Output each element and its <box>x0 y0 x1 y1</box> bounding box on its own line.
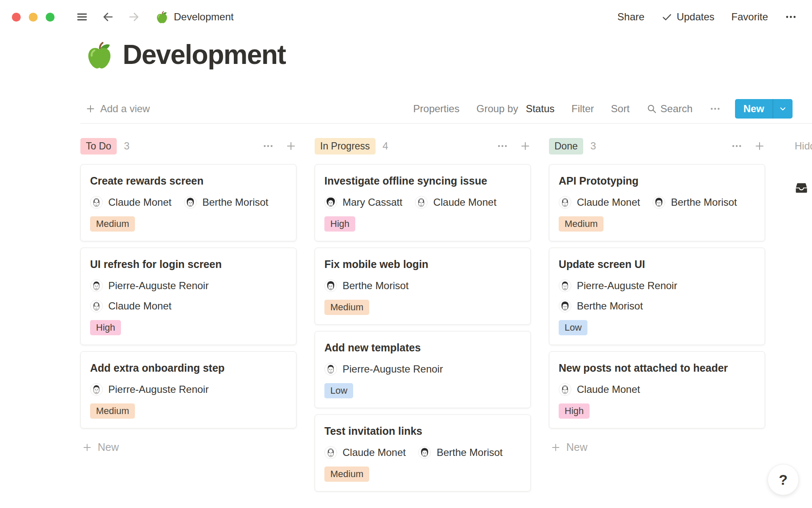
plus-icon <box>82 442 92 453</box>
assignee-name: Berthe Morisot <box>343 280 409 292</box>
updates-button[interactable]: Updates <box>661 11 714 23</box>
window-close-button[interactable] <box>12 13 21 22</box>
assignee-name: Pierre-Auguste Renoir <box>577 280 677 292</box>
share-button[interactable]: Share <box>617 11 645 23</box>
priority-badge: High <box>559 403 590 419</box>
priority-badge: High <box>90 320 121 335</box>
back-arrow-icon[interactable] <box>102 11 114 23</box>
assignee-name: Pierre-Auguste Renoir <box>343 363 443 375</box>
add-view-button[interactable]: Add a view <box>85 103 150 115</box>
priority-badge: Low <box>324 383 353 398</box>
card[interactable]: Add new templates Pierre-Auguste Renoir … <box>315 331 531 408</box>
column-count: 4 <box>383 140 388 152</box>
column-header: In Progress 4 <box>315 138 531 154</box>
filter-button[interactable]: Filter <box>571 103 594 115</box>
add-card-button[interactable]: New <box>80 441 296 453</box>
column-status-badge: To Do <box>80 138 117 155</box>
assignee: Claude Monet <box>415 196 496 209</box>
morisot-portrait-avatar <box>653 196 665 209</box>
card-title: Fix mobile web login <box>324 257 521 272</box>
morisot-portrait-avatar <box>184 196 197 209</box>
chevron-down-icon[interactable] <box>773 99 793 119</box>
morisot-portrait-avatar <box>418 446 431 459</box>
checkmark-icon <box>661 11 672 22</box>
forward-arrow-icon[interactable] <box>128 11 140 23</box>
renoir-portrait-avatar <box>90 279 103 292</box>
morisot-portrait-avatar <box>324 279 337 292</box>
window-minimize-button[interactable] <box>29 13 38 22</box>
sort-button[interactable]: Sort <box>611 103 630 115</box>
column-header: Done 3 <box>549 138 765 154</box>
board-column-done: Done 3 API Prototyping Claude Monet Bert… <box>549 138 765 491</box>
column-add-icon[interactable] <box>754 141 765 152</box>
card[interactable]: New posts not attached to header Claude … <box>549 351 765 428</box>
card-title: Investigate offline syncing issue <box>324 173 521 188</box>
priority-badge: Medium <box>324 300 369 315</box>
card[interactable]: Update screen UI Pierre-Auguste Renoir B… <box>549 248 765 345</box>
card-title: UI refresh for login screen <box>90 257 287 272</box>
column-add-icon[interactable] <box>285 141 296 152</box>
hidden-columns-toggle[interactable]: Hidden <box>795 138 812 154</box>
card[interactable]: UI refresh for login screen Pierre-Augus… <box>80 248 296 345</box>
new-button-label[interactable]: New <box>735 99 773 119</box>
priority-badge: Medium <box>90 403 135 419</box>
plus-icon <box>85 104 96 114</box>
column-more-icon[interactable] <box>497 141 508 152</box>
card-title: Create rewards screen <box>90 173 287 188</box>
updates-label: Updates <box>677 11 714 23</box>
column-count: 3 <box>590 140 596 152</box>
column-more-icon[interactable] <box>263 141 274 152</box>
hidden-columns-section: Hidden N <box>795 138 812 491</box>
assignee: Pierre-Auguste Renoir <box>90 383 208 396</box>
search-label: Search <box>661 103 693 115</box>
assignee: Claude Monet <box>90 196 171 209</box>
new-button[interactable]: New <box>735 99 793 119</box>
assignee-name: Claude Monet <box>577 196 640 208</box>
card-title: Add extra onboarding step <box>90 360 287 375</box>
column-status-badge: In Progress <box>315 138 376 155</box>
hamburger-menu-icon[interactable] <box>76 11 88 23</box>
question-mark-icon: ? <box>779 472 788 488</box>
favorite-label: Favorite <box>731 11 768 23</box>
card[interactable]: Create rewards screen Claude Monet Berth… <box>80 164 296 241</box>
window-titlebar: Development Share Updates Favorite <box>0 0 812 34</box>
card[interactable]: Fix mobile web login Berthe Morisot Medi… <box>315 248 531 325</box>
properties-button[interactable]: Properties <box>413 103 459 115</box>
more-horizontal-icon[interactable] <box>785 11 797 23</box>
favorite-button[interactable]: Favorite <box>731 11 768 23</box>
column-more-icon[interactable] <box>731 141 742 152</box>
add-card-label: New <box>98 441 119 453</box>
assignee: Mary Cassatt <box>324 196 402 209</box>
priority-badge: Medium <box>559 216 604 232</box>
green-apple-icon <box>85 41 113 69</box>
add-card-button[interactable]: New <box>549 441 765 453</box>
view-toolbar: Add a view Properties Group by Status Fi… <box>80 94 812 124</box>
renoir-portrait-avatar <box>559 279 571 292</box>
column-header: To Do 3 <box>80 138 296 154</box>
view-more-icon[interactable] <box>710 103 721 114</box>
assignee: Claude Monet <box>90 300 171 312</box>
card[interactable]: Test invitation links Claude Monet Berth… <box>315 414 531 491</box>
card[interactable]: API Prototyping Claude Monet Berthe Mori… <box>549 164 765 241</box>
assignee: Berthe Morisot <box>653 196 737 209</box>
morisot-portrait-avatar <box>559 300 571 312</box>
card[interactable]: Add extra onboarding step Pierre-Auguste… <box>80 351 296 428</box>
window-zoom-button[interactable] <box>46 13 55 22</box>
cassatt-portrait-avatar <box>324 196 337 209</box>
card-title: API Prototyping <box>559 173 755 188</box>
assignee-name: Berthe Morisot <box>436 447 502 458</box>
breadcrumb[interactable]: Development <box>174 11 233 23</box>
column-add-icon[interactable] <box>520 141 531 152</box>
search-icon <box>647 104 657 114</box>
inbox-tray-icon <box>795 181 808 195</box>
page-title[interactable]: Development <box>123 39 285 70</box>
search-button[interactable]: Search <box>647 103 693 115</box>
add-card-label: New <box>566 441 587 453</box>
card[interactable]: Investigate offline syncing issue Mary C… <box>315 164 531 241</box>
assignee: Pierre-Auguste Renoir <box>90 279 208 292</box>
assignee-name: Berthe Morisot <box>671 196 737 208</box>
hidden-group-row[interactable]: N <box>795 181 812 195</box>
group-by-button[interactable]: Group by Status <box>476 103 554 115</box>
help-button[interactable]: ? <box>768 464 799 495</box>
assignee-name: Pierre-Auguste Renoir <box>108 280 208 292</box>
